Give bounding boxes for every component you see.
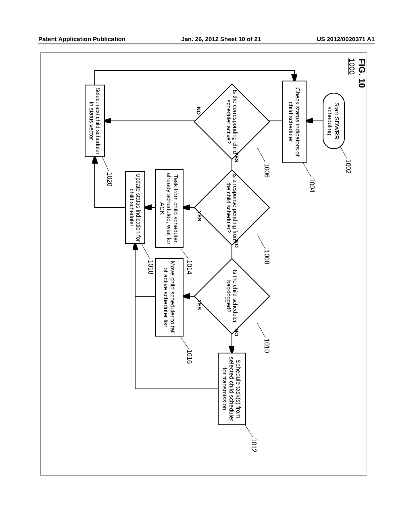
edge-no-1010: NO [234,328,240,337]
check-status-text: Check status indicators of child schedul… [288,81,301,162]
check-status-node: Check status indicators of child schedul… [282,81,307,163]
decision-active: Is the corresponding child scheduler act… [205,95,259,149]
decision-backlogged: Is the child scheduler backlogged? [205,269,259,323]
decision-pending-text: Is a response pending from the child sch… [205,172,259,243]
ref-1010: 1010 [263,339,270,353]
ref-1004: 1004 [308,178,315,193]
svg-line-17 [142,245,150,259]
edge-yes-1006: YES [234,152,240,162]
edge-no-1008: NO [234,240,240,248]
edge-yes-1008: YES [196,211,202,221]
decision-active-text: Is the corresponding child scheduler act… [205,87,259,157]
ref-1016: 1016 [186,349,193,364]
decision-pending: Is a response pending from the child sch… [205,181,259,235]
update-status-node: Update status indication for child sched… [125,171,145,244]
page-header: Patent Application Publication Jan. 26, … [0,35,413,42]
ref-1002: 1002 [344,159,352,174]
schedule-task-node: Schedule task(s) from selected child sch… [218,353,246,425]
ref-1012: 1012 [250,438,257,453]
ref-1014: 1014 [186,260,193,274]
schedule-task-text: Schedule task(s) from selected child sch… [222,353,242,424]
move-tail-text: Move child scheduler to tail of active s… [163,259,176,336]
header-left: Patent Application Publication [38,35,125,42]
header-right: US 2012/0020371 A1 [317,35,375,42]
edge-yes-1010: YES [196,299,202,310]
header-center: Jan. 26, 2012 Sheet 10 of 21 [181,35,261,42]
edge-no-1006: NO [196,107,202,115]
select-next-node: Select next child scheduler in status ve… [85,85,105,157]
svg-line-14 [244,423,253,437]
start-node: Start SDWRR scheduling [323,93,345,149]
select-next-text: Select next child scheduler in status ve… [88,85,101,156]
svg-line-10 [303,163,311,177]
decision-backlogged-text: Is the child scheduler backlogged? [205,261,259,331]
ref-1006: 1006 [263,163,270,178]
already-scheduled-text: Task from child scheduler already schedu… [159,170,180,247]
update-status-text: Update status indication for child sched… [129,172,142,243]
header-rule [38,44,375,44]
ref-1020: 1020 [106,172,113,187]
move-tail-node: Move child scheduler to tail of active s… [155,258,184,337]
flowchart-diagram: FIG. 10 1000 [0,58,363,377]
start-text: Start SDWRR scheduling [327,94,341,148]
svg-line-18 [102,156,109,171]
already-scheduled-node: Task from child scheduler already schedu… [155,169,184,248]
ref-1018: 1018 [147,260,154,274]
svg-line-16 [181,337,189,349]
ref-1008: 1008 [263,250,270,264]
